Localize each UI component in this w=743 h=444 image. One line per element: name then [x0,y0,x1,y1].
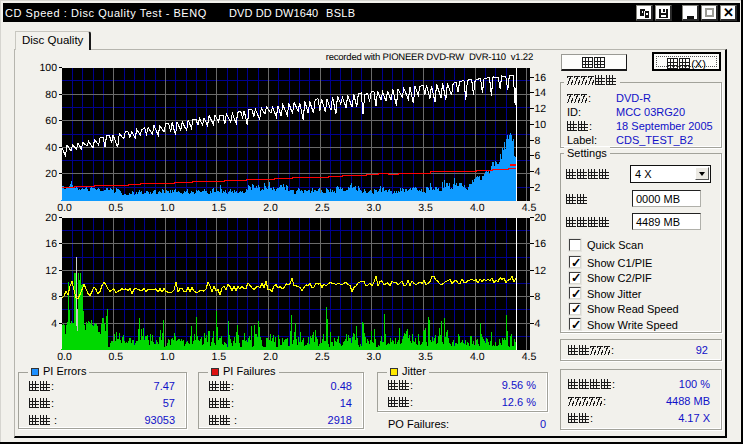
svg-text:2.0: 2.0 [263,351,278,363]
svg-text:20: 20 [45,212,57,224]
svg-text:0.0: 0.0 [57,202,72,214]
svg-text:4: 4 [51,318,57,330]
svg-text:12: 12 [45,265,57,277]
svg-text:4: 4 [535,166,541,178]
svg-text:4.0: 4.0 [470,202,485,214]
svg-text:16: 16 [535,238,547,250]
svg-text:4.5: 4.5 [522,202,537,214]
svg-text:1.5: 1.5 [212,351,227,363]
svg-text:8: 8 [51,291,57,303]
svg-text:1.0: 1.0 [160,202,175,214]
svg-text:0.0: 0.0 [57,351,72,363]
svg-text:12: 12 [535,265,547,277]
svg-text:6: 6 [535,150,541,162]
svg-text:2.5: 2.5 [315,351,330,363]
svg-text:20: 20 [45,168,57,180]
svg-text:1.0: 1.0 [160,351,175,363]
svg-text:2.0: 2.0 [263,202,278,214]
svg-text:1.5: 1.5 [212,202,227,214]
svg-text:4.5: 4.5 [522,351,537,363]
svg-text:0.5: 0.5 [108,202,123,214]
svg-text:12: 12 [535,103,547,115]
svg-text:2: 2 [535,182,541,194]
svg-text:16: 16 [45,238,57,250]
svg-text:3.5: 3.5 [418,202,433,214]
svg-text:100: 100 [39,62,57,74]
svg-text:3.0: 3.0 [367,202,382,214]
svg-text:8: 8 [535,291,541,303]
svg-text:80: 80 [45,89,57,101]
svg-text:8: 8 [535,135,541,147]
svg-text:16: 16 [535,72,547,84]
svg-text:recorded with PIONEER DVD-RW: recorded with PIONEER DVD-RW DVR-110 v1.… [326,52,533,63]
svg-text:10: 10 [535,119,547,131]
svg-text:4.0: 4.0 [470,351,485,363]
svg-text:4: 4 [535,318,541,330]
svg-text:2.5: 2.5 [315,202,330,214]
svg-text:3.5: 3.5 [418,351,433,363]
svg-text:3.0: 3.0 [367,351,382,363]
svg-text:40: 40 [45,142,57,154]
svg-text:0.5: 0.5 [108,351,123,363]
svg-text:60: 60 [45,115,57,127]
svg-text:14: 14 [535,87,547,99]
